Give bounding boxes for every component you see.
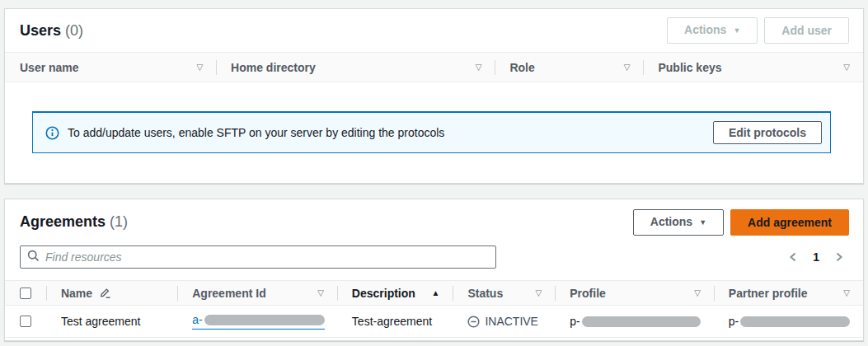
agreements-column-profile[interactable]: Profile ▽ <box>555 281 714 305</box>
add-agreement-button[interactable]: Add agreement <box>730 209 849 236</box>
pagination-page-1[interactable]: 1 <box>813 250 819 264</box>
edit-pencil-icon <box>99 287 111 299</box>
users-actions-button[interactable]: Actions▼ <box>667 17 758 44</box>
agreement-id-cell: a- <box>177 306 337 337</box>
agreements-column-partner-profile[interactable]: Partner profile ▽ <box>714 281 863 305</box>
status-text: INACTIVE <box>485 315 538 328</box>
search-input[interactable] <box>45 250 489 264</box>
agreement-table-row: Test agreement a- Test-agreement INACTIV… <box>5 306 863 338</box>
sort-ascending-icon: ▲ <box>431 288 439 297</box>
redacted-agreement-id <box>204 315 325 325</box>
edit-protocols-button[interactable]: Edit protocols <box>713 121 822 144</box>
partner-profile-prefix: p- <box>729 315 739 328</box>
redacted-partner-profile-id <box>740 316 850 327</box>
column-label: Partner profile <box>729 287 808 300</box>
filter-icon: ▽ <box>196 63 203 72</box>
users-actions-label: Actions <box>684 23 726 36</box>
redacted-profile-id <box>582 316 701 327</box>
agreements-count: (1) <box>110 213 128 230</box>
add-user-button[interactable]: Add user <box>764 17 849 44</box>
users-title-text: Users <box>20 22 61 39</box>
users-count: (0) <box>65 22 83 39</box>
agreement-id-link[interactable]: a- <box>192 313 324 330</box>
column-label: Home directory <box>231 61 316 74</box>
agreement-name: Test agreement <box>61 315 141 328</box>
agreements-table-header: Name Agreement Id ▽ Description ▲ Status… <box>5 280 863 306</box>
add-agreement-label: Add agreement <box>748 216 832 229</box>
agreements-column-status[interactable]: Status ▽ <box>453 281 555 305</box>
agreement-description: Test-agreement <box>352 315 432 328</box>
filter-icon: ▽ <box>694 288 701 297</box>
agreements-column-description[interactable]: Description ▲ <box>337 281 453 305</box>
filter-icon: ▽ <box>843 288 850 297</box>
column-label: Agreement Id <box>192 287 265 300</box>
users-empty-state: To add/update users, enable SFTP on your… <box>5 111 863 212</box>
agreements-title-text: Agreements <box>20 213 106 230</box>
select-all-checkbox[interactable] <box>20 288 31 299</box>
agreements-header-actions: Actions▼ Add agreement <box>633 209 849 236</box>
caret-down-icon: ▼ <box>733 26 740 35</box>
agreements-toolbar: 1 <box>5 238 863 280</box>
agreements-column-agreement-id[interactable]: Agreement Id ▽ <box>177 281 337 305</box>
pagination: 1 <box>786 250 849 264</box>
filter-icon: ▽ <box>536 288 542 297</box>
column-label: Role <box>509 61 534 74</box>
filter-icon: ▽ <box>843 63 850 72</box>
search-box <box>20 245 496 269</box>
users-panel-header: Users (0) Actions▼ Add user <box>5 9 863 52</box>
column-label: Status <box>467 287 503 300</box>
caret-down-icon: ▼ <box>699 218 706 227</box>
agreement-id-prefix: a- <box>192 313 202 326</box>
agreement-description-cell: Test-agreement <box>337 306 453 337</box>
filter-icon: ▽ <box>624 63 631 72</box>
info-icon <box>45 126 59 140</box>
agreement-name-cell: Test agreement <box>46 306 177 337</box>
agreements-panel-title: Agreements (1) <box>20 213 128 231</box>
row-checkbox-cell <box>5 306 46 337</box>
add-user-label: Add user <box>781 24 832 37</box>
agreements-panel-header: Agreements (1) Actions▼ Add agreement <box>5 199 863 238</box>
users-table-header: User name ▽ Home directory ▽ Role ▽ Publ… <box>5 52 863 82</box>
users-column-public-keys[interactable]: Public keys ▽ <box>643 53 862 82</box>
users-panel-title: Users (0) <box>20 22 83 40</box>
agreement-status-cell: INACTIVE <box>453 306 555 337</box>
agreements-column-name[interactable]: Name <box>46 281 177 305</box>
column-label: Description <box>352 287 415 300</box>
search-icon <box>27 250 40 264</box>
column-label: Profile <box>570 287 606 300</box>
filter-icon: ▽ <box>476 63 482 72</box>
info-banner: To add/update users, enable SFTP on your… <box>32 111 831 153</box>
agreements-actions-button[interactable]: Actions▼ <box>633 209 724 236</box>
agreements-panel: Agreements (1) Actions▼ Add agreement <box>4 199 864 341</box>
column-label: Name <box>61 287 92 300</box>
agreement-profile-cell: p- <box>555 306 714 337</box>
row-checkbox[interactable] <box>20 316 31 327</box>
agreement-partner-profile-cell: p- <box>714 306 863 337</box>
profile-prefix: p- <box>570 315 579 328</box>
filter-icon: ▽ <box>317 288 324 297</box>
status-badge: INACTIVE <box>467 315 538 328</box>
users-column-home-directory[interactable]: Home directory ▽ <box>216 53 495 82</box>
column-label: Public keys <box>658 61 721 74</box>
users-column-role[interactable]: Role ▽ <box>495 53 643 82</box>
inactive-status-icon <box>467 316 480 328</box>
column-label: User name <box>20 61 79 74</box>
agreements-actions-label: Actions <box>650 215 692 228</box>
info-banner-message: To add/update users, enable SFTP on your… <box>68 126 444 139</box>
pagination-next-button[interactable] <box>833 250 846 264</box>
users-panel: Users (0) Actions▼ Add user User name ▽ … <box>4 8 864 184</box>
select-all-checkbox-cell <box>5 281 46 305</box>
users-column-user-name[interactable]: User name ▽ <box>5 53 216 82</box>
pagination-previous-button[interactable] <box>786 250 800 264</box>
users-header-actions: Actions▼ Add user <box>667 17 849 44</box>
